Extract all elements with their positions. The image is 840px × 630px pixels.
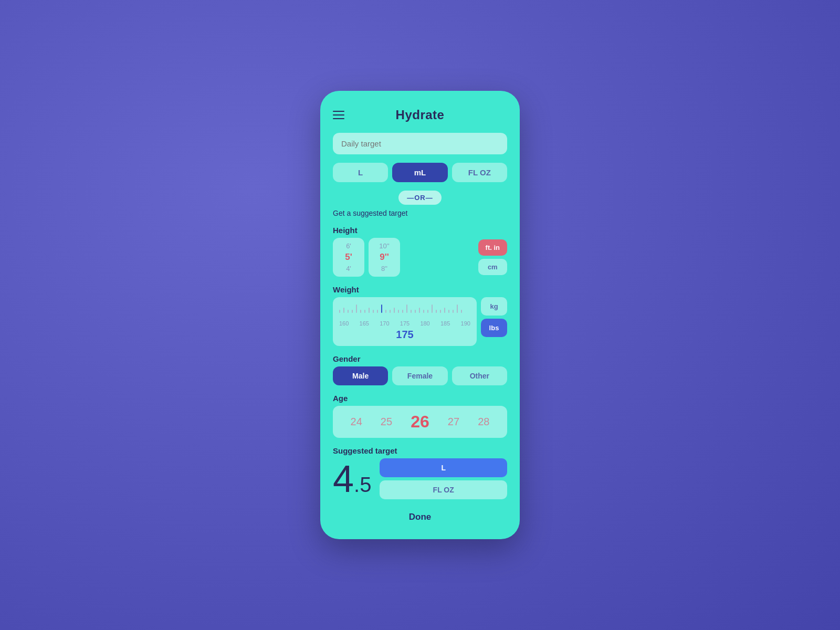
height-feet-drum[interactable]: 6' 5' 4': [333, 238, 364, 277]
weight-labels: 160 165 170 175 180 185 190: [339, 320, 470, 327]
unit-btn-l[interactable]: L: [333, 163, 388, 182]
weight-section: Weight: [333, 285, 507, 346]
weight-unit-kg[interactable]: kg: [481, 297, 507, 316]
tick: [457, 304, 458, 313]
tick: [423, 310, 424, 313]
age-item-3: 27: [448, 416, 459, 428]
tick: [348, 310, 349, 313]
tick: [398, 310, 399, 313]
age-label: Age: [333, 394, 507, 403]
height-unit-ftin[interactable]: ft. in: [478, 239, 507, 256]
height-inches-item-0: 10'': [379, 242, 389, 250]
age-item-1: 25: [381, 416, 392, 428]
suggested-result-layout: 4.5 L FL OZ: [333, 458, 507, 499]
unit-btn-floz[interactable]: FL OZ: [452, 163, 507, 182]
age-item-selected: 26: [411, 412, 429, 432]
gender-btn-male[interactable]: Male: [333, 366, 388, 385]
weight-selected-value: 175: [339, 329, 470, 341]
height-feet-item-2: 4': [346, 265, 351, 272]
tick: [394, 308, 395, 313]
height-scroll-container[interactable]: 6' 5' 4' 10'' 9'' 8'': [333, 238, 474, 277]
unit-btn-ml[interactable]: mL: [392, 163, 447, 182]
sugg-unit-floz[interactable]: FL OZ: [380, 480, 507, 499]
tick: [385, 310, 386, 313]
gender-btn-other[interactable]: Other: [452, 366, 507, 385]
age-item-4: 28: [478, 416, 489, 428]
tick: [406, 304, 407, 313]
age-item-0: 24: [351, 416, 362, 428]
sugg-unit-l[interactable]: L: [380, 458, 507, 477]
suggested-result-section: Suggested target 4.5 L FL OZ: [333, 446, 507, 499]
tick: [427, 310, 428, 313]
gender-section: Gender Male Female Other: [333, 354, 507, 385]
tick: [369, 308, 370, 313]
tick: [364, 310, 365, 313]
weight-label-175: 175: [400, 320, 410, 327]
height-inches-drum[interactable]: 10'' 9'' 8'': [369, 238, 400, 277]
weight-label: Weight: [333, 285, 507, 294]
suggested-unit-buttons: L FL OZ: [380, 458, 507, 499]
weight-unit-lbs[interactable]: lbs: [481, 319, 507, 337]
tick: [432, 304, 433, 313]
tick: [440, 310, 441, 313]
weight-label-165: 165: [360, 320, 369, 327]
suggested-prompt: Get a suggested target: [333, 209, 507, 217]
height-inches-item-1: 9'': [380, 252, 389, 262]
gender-label: Gender: [333, 354, 507, 363]
height-label: Height: [333, 226, 507, 235]
tick: [448, 310, 449, 313]
tick: [411, 310, 412, 313]
tick: [360, 310, 361, 313]
tick: [419, 308, 420, 313]
suggested-value-display: 4.5: [333, 460, 371, 498]
suggested-integer: 4: [333, 460, 354, 498]
tick: [343, 308, 344, 313]
tick: [381, 304, 382, 313]
weight-controls: 160 165 170 175 180 185 190 175 kg lbs: [333, 297, 507, 346]
height-controls: 6' 5' 4' 10'' 9'' 8'' ft. in cm: [333, 238, 507, 277]
or-divider: —OR—: [333, 191, 507, 205]
weight-unit-toggle: kg lbs: [481, 297, 507, 346]
weight-label-180: 180: [420, 320, 429, 327]
weight-label-190: 190: [461, 320, 470, 327]
tick: [453, 310, 454, 313]
tick: [373, 310, 374, 313]
app-title: Hydrate: [396, 108, 445, 122]
tick: [352, 310, 353, 313]
daily-target-input[interactable]: [333, 133, 507, 154]
weight-label-185: 185: [440, 320, 450, 327]
tick: [402, 310, 403, 313]
ruler-ticks-visual: [339, 302, 462, 313]
weight-label-170: 170: [380, 320, 389, 327]
gender-toggle: Male Female Other: [333, 366, 507, 385]
phone-card: Hydrate L mL FL OZ —OR— Get a suggested …: [320, 91, 520, 539]
height-inches-item-2: 8'': [381, 265, 387, 272]
height-unit-cm[interactable]: cm: [478, 259, 507, 275]
height-unit-toggle: ft. in cm: [478, 239, 507, 275]
gender-btn-female[interactable]: Female: [392, 366, 447, 385]
tick: [339, 310, 340, 313]
tick: [444, 308, 445, 313]
unit-toggle-row: L mL FL OZ: [333, 163, 507, 182]
height-feet-item-0: 6': [346, 242, 351, 250]
height-feet-item-1: 5': [345, 252, 352, 262]
weight-label-160: 160: [339, 320, 349, 327]
tick: [356, 304, 357, 313]
tick: [436, 310, 437, 313]
weight-slider-box[interactable]: 160 165 170 175 180 185 190 175: [333, 297, 477, 346]
or-badge: —OR—: [398, 191, 442, 205]
tick: [461, 310, 462, 313]
height-section: Height 6' 5' 4' 10'' 9'' 8'' ft. in cm: [333, 226, 507, 277]
tick: [377, 310, 378, 313]
weight-ruler: [339, 302, 470, 319]
age-section: Age 24 25 26 27 28: [333, 394, 507, 438]
suggested-target-label: Suggested target: [333, 446, 507, 455]
header: Hydrate: [333, 108, 507, 122]
tick: [415, 310, 416, 313]
tick: [390, 310, 391, 313]
suggested-decimal: .5: [354, 474, 371, 495]
age-drum[interactable]: 24 25 26 27 28: [333, 406, 507, 438]
menu-icon[interactable]: [333, 111, 344, 119]
done-button[interactable]: Done: [333, 508, 507, 527]
